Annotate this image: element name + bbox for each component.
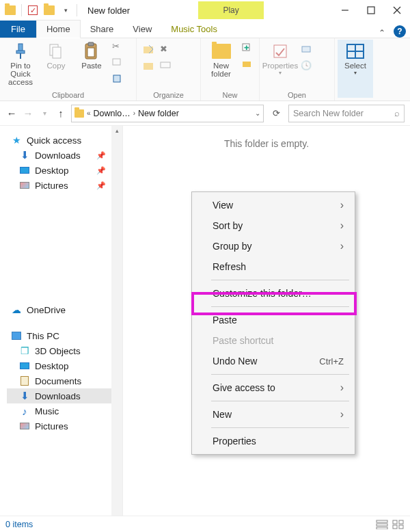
- sidebar-item-downloads[interactable]: ⬇ Downloads 📌: [7, 148, 122, 163]
- easy-access-icon[interactable]: [241, 59, 254, 71]
- qat-newfolder-icon[interactable]: [42, 3, 57, 18]
- new-folder-label: New folder: [211, 62, 231, 78]
- ctx-separator: [211, 306, 349, 307]
- cut-icon[interactable]: ✂: [112, 41, 124, 53]
- sidebar-item-documents[interactable]: Documents: [7, 373, 122, 388]
- sidebar-item-desktop-pc[interactable]: Desktop: [7, 358, 122, 373]
- recent-dropdown-icon[interactable]: ▾: [38, 109, 51, 117]
- qat-properties-icon[interactable]: ✓: [25, 3, 40, 18]
- chevron-right-icon: ›: [340, 408, 344, 421]
- close-button[interactable]: [384, 1, 410, 20]
- ctx-separator: [211, 280, 349, 280]
- refresh-button[interactable]: ⟳: [268, 108, 284, 118]
- scroll-up-icon[interactable]: ▴: [113, 127, 121, 134]
- tab-home[interactable]: Home: [36, 20, 81, 38]
- tab-music-tools[interactable]: Music Tools: [161, 21, 227, 38]
- new-item-icon[interactable]: ✚: [241, 42, 254, 55]
- document-icon: [19, 375, 30, 386]
- star-icon: ★: [11, 135, 22, 146]
- back-button[interactable]: ←: [5, 107, 18, 119]
- status-item-count: 0 items: [5, 520, 33, 529]
- svg-rect-8: [53, 47, 61, 58]
- desktop-icon: [19, 360, 30, 371]
- ctx-group-by[interactable]: Group by›: [193, 236, 353, 256]
- new-folder-button[interactable]: New folder: [204, 40, 238, 79]
- svg-rect-25: [393, 520, 397, 524]
- app-folder-icon: [3, 3, 18, 18]
- address-bar[interactable]: « Downlo… › New folder ⌄: [71, 105, 264, 122]
- rename-icon[interactable]: [160, 60, 172, 72]
- svg-rect-15: [144, 63, 153, 70]
- copy-path-icon[interactable]: [112, 57, 124, 70]
- chevron-right-icon: ›: [133, 109, 135, 117]
- pictures-icon: [19, 421, 30, 431]
- ctx-properties[interactable]: Properties: [193, 431, 353, 451]
- chevron-left-icon[interactable]: «: [87, 109, 91, 117]
- title-bar: ✓ ▾ New folder Play: [0, 0, 410, 21]
- copy-to-icon[interactable]: [142, 60, 154, 72]
- new-folder-icon: [211, 41, 232, 62]
- sidebar-item-3d-objects[interactable]: ❒ 3D Objects: [7, 343, 122, 358]
- ctx-paste[interactable]: Paste: [193, 310, 353, 330]
- ctx-refresh[interactable]: Refresh: [193, 256, 353, 277]
- details-view-icon[interactable]: [376, 520, 388, 529]
- forward-button[interactable]: →: [22, 107, 34, 119]
- sidebar-item-pictures[interactable]: Pictures 📌: [7, 178, 122, 193]
- search-input[interactable]: Search New folder ⌕: [288, 105, 405, 122]
- ctx-undo[interactable]: Undo NewCtrl+Z: [193, 351, 353, 371]
- paste-button[interactable]: Paste: [74, 40, 109, 71]
- svg-rect-12: [113, 59, 120, 65]
- ctx-sort-by[interactable]: Sort by›: [193, 215, 353, 236]
- sidebar-item-quick-access[interactable]: ★ Quick access: [7, 133, 122, 148]
- sidebar-item-onedrive[interactable]: ☁ OneDrive: [7, 302, 122, 317]
- copy-button[interactable]: Copy: [38, 40, 74, 71]
- move-to-icon[interactable]: [142, 44, 154, 56]
- breadcrumb-downloads[interactable]: Downlo…: [94, 109, 131, 118]
- ctx-give-access-to[interactable]: Give access to›: [193, 377, 353, 398]
- delete-icon[interactable]: ✖: [160, 44, 172, 56]
- sidebar-item-music[interactable]: ♪ Music: [7, 403, 122, 418]
- sidebar-item-pictures-pc[interactable]: Pictures: [7, 418, 122, 434]
- collapse-ribbon-icon[interactable]: ⌃: [374, 28, 390, 38]
- ctx-view[interactable]: View›: [193, 195, 353, 215]
- select-icon: [346, 44, 364, 59]
- ctx-customize[interactable]: Customize this folder…: [193, 283, 353, 304]
- address-dropdown-icon[interactable]: ⌄: [255, 109, 260, 117]
- up-button[interactable]: ↑: [55, 107, 67, 119]
- minimize-button[interactable]: [332, 1, 358, 20]
- svg-rect-23: [377, 524, 387, 526]
- navigation-pane: ▴ ★ Quick access ⬇ Downloads 📌 Desktop 📌…: [0, 126, 123, 516]
- chevron-right-icon: ›: [340, 240, 344, 252]
- svg-text:✚: ✚: [244, 44, 249, 51]
- breadcrumb-newfolder[interactable]: New folder: [138, 109, 179, 118]
- tab-share[interactable]: Share: [81, 21, 124, 38]
- select-button[interactable]: Select ▾: [338, 40, 373, 98]
- window-title: New folder: [82, 5, 130, 16]
- address-folder-icon: [74, 109, 84, 118]
- contextual-tab-play[interactable]: Play: [198, 1, 263, 19]
- download-icon: ⬇: [19, 390, 30, 401]
- sidebar-item-desktop[interactable]: Desktop 📌: [7, 163, 122, 178]
- svg-rect-5: [16, 51, 25, 53]
- tab-view[interactable]: View: [123, 21, 161, 38]
- open-icon[interactable]: [301, 44, 313, 56]
- sidebar-item-this-pc[interactable]: This PC: [7, 328, 122, 343]
- tab-file[interactable]: File: [0, 21, 36, 38]
- svg-rect-11: [87, 48, 94, 57]
- svg-rect-22: [377, 520, 387, 522]
- quick-access-toolbar: ✓ ▾: [0, 3, 82, 18]
- qat-dropdown-icon[interactable]: ▾: [58, 3, 73, 18]
- ctx-paste-shortcut: Paste shortcut: [193, 330, 353, 351]
- sidebar-item-downloads-pc[interactable]: ⬇ Downloads: [7, 388, 122, 403]
- nav-scrollbar[interactable]: ▴: [111, 126, 122, 516]
- svg-rect-10: [88, 42, 94, 46]
- paste-shortcut-icon[interactable]: [112, 74, 124, 86]
- paste-label: Paste: [81, 62, 101, 70]
- pin-to-quick-access-button[interactable]: Pin to Quick access: [3, 40, 38, 88]
- ctx-new[interactable]: New›: [193, 404, 353, 425]
- properties-button[interactable]: Properties ▾: [262, 40, 298, 77]
- help-icon[interactable]: ?: [394, 25, 406, 38]
- large-icons-view-icon[interactable]: [392, 520, 405, 529]
- maximize-button[interactable]: [358, 1, 384, 20]
- edit-icon[interactable]: 🕓: [301, 60, 313, 72]
